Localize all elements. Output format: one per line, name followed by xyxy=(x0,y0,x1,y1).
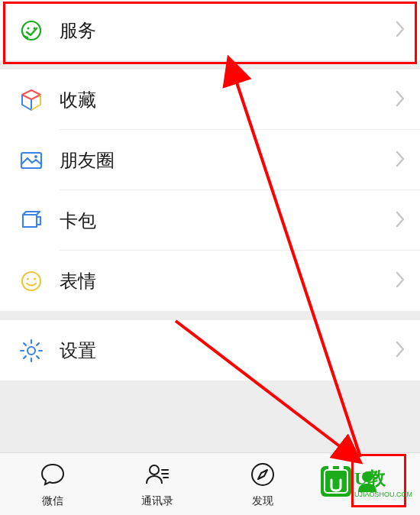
svg-point-8 xyxy=(27,347,35,355)
svg-point-5 xyxy=(22,272,40,290)
tab-label: 通讯录 xyxy=(141,494,173,508)
wallet-icon xyxy=(18,208,44,234)
chevron-right-icon xyxy=(396,21,405,40)
menu-item-label: 卡包 xyxy=(60,209,396,233)
menu-item-service[interactable]: 服务 xyxy=(0,0,420,60)
chat-bubble-icon xyxy=(39,461,66,491)
tab-bar: 微信 通讯录 发现 xyxy=(0,452,420,515)
menu-item-cards[interactable]: 卡包 xyxy=(0,190,420,251)
menu-item-moments[interactable]: 朋友圈 xyxy=(0,130,420,190)
cube-icon xyxy=(18,87,44,113)
svg-point-1 xyxy=(27,27,30,29)
menu-item-label: 设置 xyxy=(60,338,396,363)
menu-item-label: 表情 xyxy=(60,269,396,293)
gear-icon xyxy=(18,338,44,364)
svg-line-14 xyxy=(37,356,39,358)
chevron-right-icon xyxy=(396,211,405,231)
tab-contacts[interactable]: 通讯录 xyxy=(105,453,211,515)
menu-item-favorites[interactable]: 收藏 xyxy=(0,70,420,130)
menu-item-label: 收藏 xyxy=(60,88,396,112)
tab-me[interactable] xyxy=(315,453,421,515)
svg-point-6 xyxy=(27,277,29,280)
menu-item-label: 朋友圈 xyxy=(60,148,396,173)
svg-point-17 xyxy=(150,465,159,475)
tab-label: 微信 xyxy=(42,494,63,508)
svg-point-21 xyxy=(252,464,273,485)
tab-label: 发现 xyxy=(252,494,273,508)
menu-item-stickers[interactable]: 表情 xyxy=(0,251,420,311)
chevron-right-icon xyxy=(396,90,405,110)
tab-discover[interactable]: 发现 xyxy=(210,453,315,515)
wechat-pay-icon xyxy=(18,18,44,44)
menu-item-settings[interactable]: 设置 xyxy=(0,320,420,381)
svg-point-22 xyxy=(362,471,373,482)
compass-icon xyxy=(249,461,276,491)
svg-point-4 xyxy=(34,155,37,158)
photo-icon xyxy=(18,147,44,173)
contacts-icon xyxy=(144,461,171,491)
svg-line-16 xyxy=(37,343,39,345)
chevron-right-icon xyxy=(396,271,405,291)
tab-chats[interactable]: 微信 xyxy=(0,453,105,515)
person-icon xyxy=(354,468,381,498)
svg-line-13 xyxy=(24,343,26,345)
svg-point-7 xyxy=(34,277,36,280)
svg-line-15 xyxy=(24,356,26,358)
chevron-right-icon xyxy=(396,151,405,170)
smile-icon xyxy=(18,268,44,294)
menu-item-label: 服务 xyxy=(60,18,396,43)
chevron-right-icon xyxy=(396,341,405,361)
